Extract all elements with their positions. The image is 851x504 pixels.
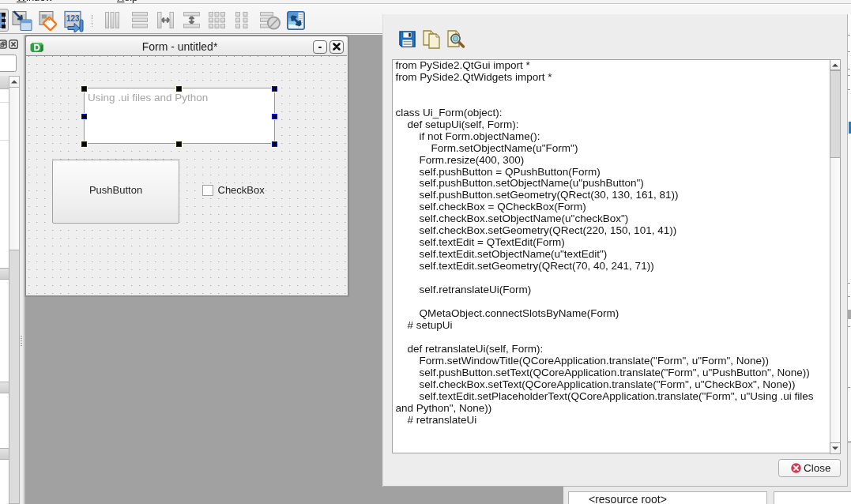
svg-text:123: 123 <box>66 14 80 23</box>
